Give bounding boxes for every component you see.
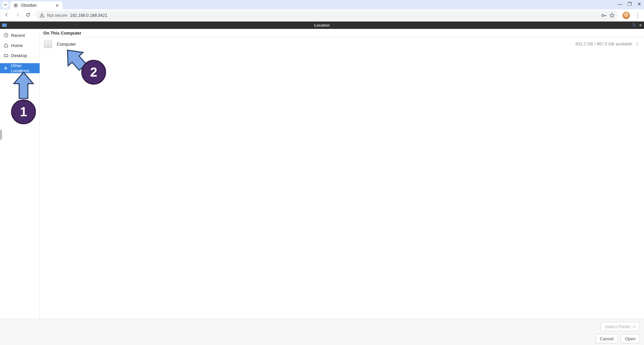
address-bar[interactable]: Not secure 192.168.0.188:3421 <box>36 11 618 20</box>
harddrive-icon <box>44 40 52 48</box>
warning-icon <box>40 13 44 18</box>
dialog-footer: Select Folder Cancel Open <box>0 319 644 345</box>
forward-button[interactable] <box>14 12 21 18</box>
device-name: Computer <box>57 42 76 47</box>
arrow-right-icon <box>15 12 20 17</box>
cancel-label: Cancel <box>600 336 613 341</box>
window-maximize-icon[interactable]: ❐ <box>628 1 632 7</box>
folder-icon <box>2 24 7 27</box>
password-key-icon[interactable] <box>601 13 607 18</box>
places-sidebar: Recent Home Desktop Other Locations <box>0 29 40 319</box>
plus-icon <box>3 66 8 71</box>
restore-icon[interactable]: ❐ <box>631 23 636 28</box>
window-controls: — ❐ ✕ <box>617 1 641 7</box>
back-button[interactable] <box>3 12 10 18</box>
window-minimize-icon[interactable]: — <box>617 1 622 7</box>
open-button[interactable]: Open <box>620 334 640 343</box>
tab-search-button[interactable] <box>2 1 9 8</box>
drag-handle[interactable] <box>0 130 2 140</box>
sidebar-item-desktop[interactable]: Desktop <box>0 50 40 60</box>
sidebar-item-label: Desktop <box>11 53 27 58</box>
browser-tabbar: Obsidian ✕ — ❐ ✕ <box>0 0 644 9</box>
browser-tab[interactable]: Obsidian ✕ <box>10 1 62 9</box>
open-label: Open <box>625 336 636 341</box>
sidebar-item-label: Other Locations <box>11 63 36 73</box>
device-row-computer[interactable]: Computer 931.2 GB / 967.0 GB available / <box>40 37 644 51</box>
titlebar: Location ❐ ✕ <box>0 21 644 29</box>
select-folder-dropdown[interactable]: Select Folder <box>600 322 640 331</box>
browser-toolbar: Not secure 192.168.0.188:3421 ⋮ <box>0 9 644 21</box>
caret-down-icon <box>633 325 636 328</box>
home-icon <box>3 43 8 48</box>
close-icon[interactable]: ✕ <box>638 23 643 28</box>
reload-button[interactable] <box>25 12 32 18</box>
profile-avatar[interactable] <box>623 12 630 19</box>
folder-icon <box>3 53 8 58</box>
arrow-left-icon <box>4 12 9 17</box>
url-text: 192.168.0.188:3421 <box>70 13 107 18</box>
clock-icon <box>3 33 8 38</box>
file-chooser-window: Location ❐ ✕ Recent Home <box>0 21 644 345</box>
svg-point-2 <box>602 14 604 16</box>
tab-title: Obsidian <box>21 3 37 8</box>
not-secure-label: Not secure <box>47 13 67 18</box>
window-title: Location <box>314 23 330 27</box>
gtk-window-controls: ❐ ✕ <box>631 23 643 28</box>
chevron-down-icon <box>4 3 7 6</box>
device-size: 931.2 GB / 967.0 GB available <box>576 42 632 46</box>
sidebar-item-other-locations[interactable]: Other Locations <box>0 63 40 73</box>
select-folder-label: Select Folder <box>605 324 631 329</box>
tab-favicon-icon <box>13 3 18 8</box>
sidebar-item-label: Recent <box>11 33 25 38</box>
cancel-button[interactable]: Cancel <box>596 334 618 343</box>
sidebar-item-home[interactable]: Home <box>0 40 40 50</box>
section-header: On This Computer <box>40 29 644 37</box>
window-close-icon[interactable]: ✕ <box>637 1 641 7</box>
close-icon[interactable]: ✕ <box>55 3 59 8</box>
section-header-label: On This Computer <box>43 31 81 36</box>
main-pane: On This Computer Computer 931.2 GB / 967… <box>40 29 644 319</box>
device-list: Computer 931.2 GB / 967.0 GB available / <box>40 37 644 319</box>
device-mount: / <box>637 42 638 46</box>
toolbar-right: ⋮ <box>623 12 641 19</box>
sidebar-item-recent[interactable]: Recent <box>0 30 40 40</box>
browser-chrome: Obsidian ✕ — ❐ ✕ Not secure 192.168.0.18… <box>0 0 644 21</box>
sidebar-item-label: Home <box>11 43 23 48</box>
reload-icon <box>26 12 31 17</box>
bookmark-star-icon[interactable] <box>609 13 614 18</box>
svg-point-1 <box>42 16 42 16</box>
